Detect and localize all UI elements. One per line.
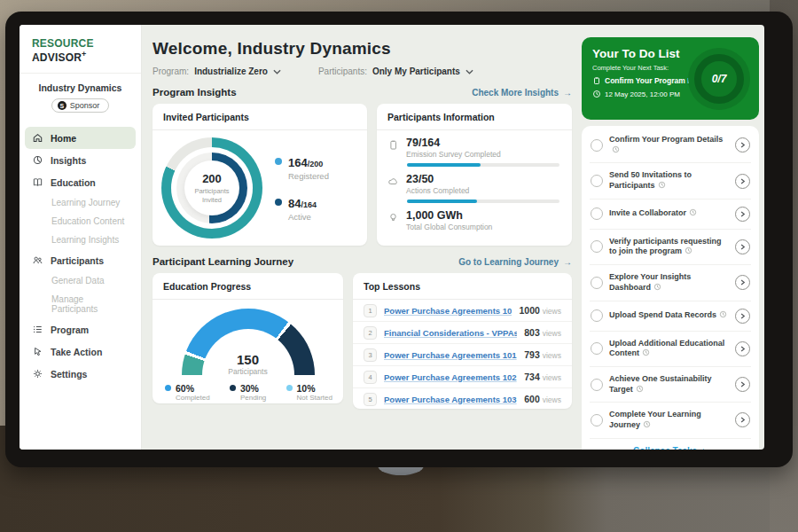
sidebar-item-program[interactable]: Program: [20, 318, 141, 340]
sidebar: RESOURCE ADVISOR+ Industry Dynamics S Sp…: [20, 25, 142, 450]
lesson-link[interactable]: Power Purchase Agreements 102: [384, 372, 517, 382]
task-open-button[interactable]: [735, 174, 750, 189]
lesson-link[interactable]: Power Purchase Agreements 101: [384, 350, 517, 360]
collapse-tasks-link[interactable]: Collapse Tasks: [590, 439, 751, 450]
task-row-confirm-program: Confirm Your Program Details: [590, 128, 751, 163]
lesson-row: 1 Power Purchase Agreements 101 1000 vie…: [353, 300, 572, 322]
sidebar-item-learning-journey[interactable]: Learning Journey: [20, 193, 141, 212]
sidebar-item-label: Home: [51, 133, 76, 144]
gauge-label: Participants: [182, 367, 315, 376]
list-icon: [32, 324, 43, 335]
task-open-button[interactable]: [735, 275, 750, 290]
sponsor-badge[interactable]: S Sponsor: [51, 98, 110, 113]
sidebar-item-label: Take Action: [51, 347, 102, 357]
task-open-button[interactable]: [735, 377, 750, 392]
task-open-button[interactable]: [735, 412, 750, 427]
task-open-button[interactable]: [735, 239, 750, 254]
clock-icon: [643, 420, 651, 428]
task-row-upload-educational-content: Upload Additional Educational Content: [590, 332, 751, 367]
tasks-list-card: Confirm Your Program Details Send 50 Inv…: [582, 126, 759, 450]
task-checkbox[interactable]: [591, 207, 603, 220]
program-filter-value: Industrialize Zero: [194, 66, 268, 76]
account-block: Industry Dynamics S Sponsor: [20, 74, 141, 120]
clock-icon: [636, 385, 644, 393]
sidebar-item-home[interactable]: Home: [25, 127, 136, 149]
filters-row: Program: Industrialize Zero Participants…: [153, 66, 572, 76]
sidebar-item-manage-participants[interactable]: Manage Participants: [20, 290, 141, 318]
check-more-insights-link[interactable]: Check More Insights →: [472, 88, 572, 98]
sidebar-item-education[interactable]: Education: [20, 171, 141, 193]
task-checkbox[interactable]: [591, 240, 603, 253]
task-checkbox[interactable]: [591, 414, 603, 426]
participants-filter-value: Only My Participants: [372, 66, 460, 76]
task-open-button[interactable]: [735, 309, 750, 324]
clock-icon: [719, 310, 727, 318]
sidebar-item-label: Settings: [51, 369, 87, 379]
task-checkbox[interactable]: [591, 379, 603, 391]
task-open-button[interactable]: [735, 137, 750, 153]
task-open-button[interactable]: [735, 341, 750, 356]
clock-icon: [653, 283, 661, 291]
sidebar-item-general-data[interactable]: General Data: [20, 271, 141, 290]
sidebar-item-label: Insights: [51, 155, 86, 166]
sidebar-item-label: Participants: [51, 255, 104, 266]
photo-background: RESOURCE ADVISOR+ Industry Dynamics S Sp…: [0, 0, 798, 532]
lesson-rank: 5: [364, 393, 377, 406]
insights-icon: [32, 154, 43, 166]
chevron-right-icon: [739, 313, 746, 319]
legend-dot: [286, 385, 293, 391]
go-to-learning-journey-link[interactable]: Go to Learning Journey →: [458, 257, 572, 267]
lesson-rank: 3: [364, 348, 377, 362]
todo-hero-card: Your To Do List Complete Your Next Task:…: [582, 37, 759, 120]
chevron-right-icon: [739, 211, 746, 217]
task-row-verify-participants: Verify participants requesting to join t…: [590, 230, 751, 265]
clock-icon: [592, 90, 601, 98]
link-label: Go to Learning Journey: [458, 257, 559, 267]
task-checkbox[interactable]: [591, 175, 603, 187]
sidebar-item-insights[interactable]: Insights: [20, 149, 141, 171]
cursor-action-icon: [32, 346, 43, 357]
invited-total: 200: [202, 172, 222, 185]
dashboard-screen: RESOURCE ADVISOR+ Industry Dynamics S Sp…: [20, 25, 764, 450]
insights-cards-row: Invited Participants 200 ParticipantsInv…: [153, 104, 572, 246]
participants-icon: [32, 254, 43, 266]
lesson-link[interactable]: Power Purchase Agreements 103: [384, 395, 517, 404]
learning-journey-header: Participant Learning Journey Go to Learn…: [153, 256, 572, 267]
section-title: Participant Learning Journey: [153, 256, 293, 267]
legend-dot: [275, 158, 282, 165]
task-checkbox[interactable]: [591, 139, 603, 152]
sidebar-item-learning-insights[interactable]: Learning Insights: [20, 231, 141, 249]
gauge-wrap: 150 Participants: [153, 300, 343, 376]
card-title: Participants Information: [377, 104, 572, 130]
program-filter[interactable]: Program: Industrialize Zero: [153, 66, 281, 76]
gauge-legend: 60%Completed 30%Pending 10%Not Started: [153, 376, 343, 402]
task-row-achieve-target: Achieve One Sustainability Target: [590, 367, 751, 403]
gauge-center: 150 Participants: [182, 352, 315, 376]
lesson-link[interactable]: Power Purchase Agreements 101: [384, 306, 512, 316]
participants-filter[interactable]: Participants: Only My Participants: [318, 66, 473, 76]
donut-center: 200 ParticipantsInvited: [184, 160, 239, 215]
sidebar-item-label: Education: [51, 177, 96, 188]
donut-legend: 164/200 Registered 84/164 Active: [275, 154, 329, 222]
lesson-rank: 4: [364, 371, 377, 384]
survey-icon: [387, 139, 399, 151]
task-open-button[interactable]: [735, 207, 750, 222]
card-title: Top Lessons: [353, 273, 572, 300]
legend-dot: [230, 385, 236, 391]
legend-not-started: 10%Not Started: [286, 383, 332, 402]
sponsor-badge-label: Sponsor: [70, 101, 100, 110]
lesson-link[interactable]: Financial Considerations - VPPAs: [384, 328, 517, 338]
program-filter-label: Program:: [153, 66, 189, 76]
journey-cards-row: Education Progress 150 Participants 6: [153, 273, 572, 409]
sidebar-item-education-content[interactable]: Education Content: [20, 212, 141, 231]
task-checkbox[interactable]: [591, 342, 603, 355]
legend-dot: [165, 385, 171, 391]
top-lessons-card: Top Lessons 1 Power Purchase Agreements …: [353, 273, 572, 409]
sidebar-item-settings[interactable]: Settings: [20, 363, 141, 385]
sidebar-item-participants[interactable]: Participants: [20, 249, 141, 271]
task-checkbox[interactable]: [591, 277, 603, 289]
sidebar-item-take-action[interactable]: Take Action: [20, 340, 141, 363]
clock-icon: [658, 181, 666, 189]
task-checkbox[interactable]: [591, 309, 603, 322]
education-gauge-chart: 150 Participants: [182, 309, 315, 376]
